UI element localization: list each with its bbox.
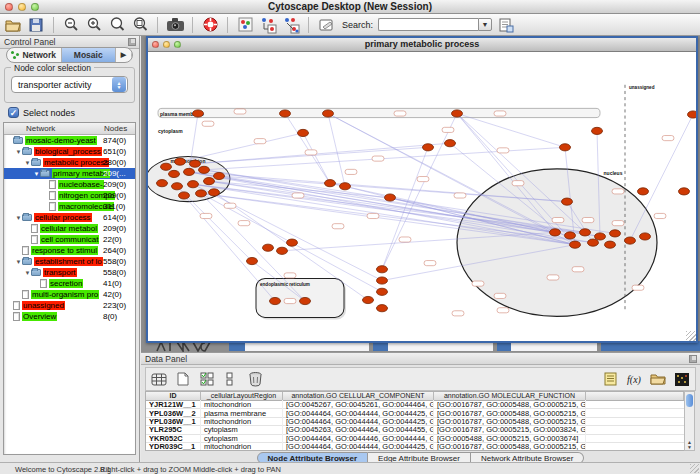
graph-node[interactable] <box>588 239 599 246</box>
search-input[interactable] <box>378 18 478 31</box>
network-view-titlebar[interactable]: primary metabolic process <box>148 38 696 52</box>
zoom-out-icon[interactable] <box>62 16 80 33</box>
tree-row[interactable]: cell communicat22(0) <box>4 234 135 245</box>
graph-node[interactable] <box>562 198 573 205</box>
tree-row[interactable]: ▼primary metabo209(... <box>4 168 135 179</box>
attribute-matrix-icon[interactable] <box>150 370 168 388</box>
tree-column-nodes[interactable]: Nodes <box>104 124 127 133</box>
attribute-browser-icon[interactable] <box>497 16 515 33</box>
tree-row[interactable]: multi-organism pro42(0) <box>4 289 135 300</box>
table-column-header[interactable]: annotation.GO CELLULAR_COMPONENT <box>283 392 434 400</box>
expander-icon[interactable]: ▼ <box>15 149 22 155</box>
graph-node[interactable] <box>214 172 225 179</box>
graph-node[interactable] <box>188 181 199 188</box>
graph-node[interactable] <box>363 296 374 303</box>
help-icon[interactable] <box>201 16 219 33</box>
table-column-header[interactable]: annotation.GO MOLECULAR_FUNCTION <box>434 392 586 400</box>
network-canvas[interactable]: plasma membrane cytoplasm mitochondrion … <box>148 52 696 341</box>
window-resize-grip[interactable] <box>686 331 696 341</box>
search-dropdown-button[interactable]: ▼ <box>478 18 492 31</box>
tree-row[interactable]: mosaic-demo-yeast874(0) <box>4 135 135 146</box>
tab-network[interactable]: Network <box>7 48 62 62</box>
graph-node[interactable] <box>340 183 351 190</box>
table-vscroll-arrows[interactable]: ▲▼ <box>685 440 694 450</box>
table-column-header[interactable]: _cellularLayoutRegion <box>201 392 283 400</box>
table-cell[interactable]: [GO:0016787, GO:0005488, GO:0005215, G..… <box>434 442 586 451</box>
save-icon[interactable] <box>27 16 45 33</box>
graph-node[interactable] <box>280 110 291 117</box>
node-color-dropdown[interactable]: transporter activity ▲▼ <box>11 76 128 93</box>
select-attributes-icon[interactable] <box>198 370 216 388</box>
graph-node[interactable] <box>184 168 195 175</box>
app-resize-grip[interactable] <box>690 464 699 473</box>
graph-node[interactable] <box>688 111 697 118</box>
graph-node[interactable] <box>377 266 388 273</box>
graph-node[interactable] <box>605 241 616 248</box>
graph-node[interactable] <box>300 297 311 304</box>
graph-node[interactable] <box>193 110 204 117</box>
graph-edge[interactable] <box>382 113 457 269</box>
tree-row[interactable]: response to stimul264(0) <box>4 245 135 256</box>
tree-row[interactable]: secretion41(0) <box>4 278 135 289</box>
matrix-view-icon[interactable] <box>673 370 691 388</box>
unselect-attributes-icon[interactable] <box>222 370 240 388</box>
graph-node[interactable] <box>445 140 456 147</box>
graph-node[interactable] <box>625 237 636 244</box>
graph-node[interactable] <box>560 144 571 151</box>
graph-node[interactable] <box>172 183 183 190</box>
zoom-fit-icon[interactable] <box>131 16 149 33</box>
tree-row[interactable]: nucleobase-209(0) <box>4 179 135 190</box>
graph-node[interactable] <box>638 188 649 195</box>
graph-edge[interactable] <box>630 115 693 241</box>
layout-spring-icon[interactable] <box>259 16 277 33</box>
tree-row[interactable]: ▼metabolic process280(0) <box>4 157 135 168</box>
graph-node[interactable] <box>204 178 215 185</box>
new-attribute-icon[interactable] <box>174 370 192 388</box>
select-nodes-checkbox[interactable]: ✓ <box>8 107 19 118</box>
graph-node[interactable] <box>161 163 172 170</box>
graph-node[interactable] <box>550 229 561 236</box>
graph-node[interactable] <box>209 189 220 196</box>
graph-node[interactable] <box>169 170 180 177</box>
expander-icon[interactable]: ▼ <box>24 270 31 276</box>
graph-node[interactable] <box>580 229 591 236</box>
zoom-in-icon[interactable] <box>85 16 103 33</box>
graph-edge[interactable] <box>193 184 382 280</box>
graph-edge[interactable] <box>328 113 345 186</box>
table-cell[interactable]: YDR039C__1 <box>146 442 201 451</box>
graph-edge[interactable] <box>457 113 565 147</box>
expander-icon[interactable]: ▼ <box>24 160 31 166</box>
tab-mosaic[interactable]: Mosaic <box>62 48 117 62</box>
graph-node[interactable] <box>592 127 603 134</box>
graph-node[interactable] <box>377 288 388 295</box>
graph-node[interactable] <box>610 230 621 237</box>
graph-node[interactable] <box>157 180 168 187</box>
vizmapper-icon[interactable] <box>236 16 254 33</box>
function-builder-icon[interactable]: f(x) <box>625 370 643 388</box>
graph-node[interactable] <box>270 297 281 304</box>
graph-edge[interactable] <box>195 143 450 163</box>
graph-node[interactable] <box>247 257 258 264</box>
graph-node[interactable] <box>385 194 396 201</box>
tree-row[interactable]: Overview8(0) <box>4 311 135 322</box>
delete-attribute-icon[interactable] <box>246 370 264 388</box>
table-column-header[interactable]: ID <box>146 392 201 400</box>
table-cell[interactable]: mitochondrion <box>201 442 283 451</box>
tree-column-network[interactable]: Network <box>26 124 55 133</box>
graph-node[interactable] <box>323 110 334 117</box>
float-panel-icon[interactable] <box>128 38 136 46</box>
graph-node[interactable] <box>595 233 606 240</box>
graph-node[interactable] <box>175 158 186 165</box>
camera-icon[interactable] <box>166 16 184 33</box>
tree-row[interactable]: ▼establishment of lo558(0) <box>4 256 135 267</box>
tree-row[interactable]: ▼biological_process651(0) <box>4 146 135 157</box>
graph-node[interactable] <box>377 277 388 284</box>
graph-node[interactable] <box>325 180 336 187</box>
annotation-icon[interactable] <box>317 16 335 33</box>
graph-node[interactable] <box>570 241 581 248</box>
tree-row[interactable]: unassigned223(0) <box>4 300 135 311</box>
tree-row[interactable]: macromolecule311(0) <box>4 201 135 212</box>
graph-edge[interactable] <box>303 133 330 183</box>
graph-node[interactable] <box>452 110 463 117</box>
expander-icon[interactable]: ▼ <box>15 259 22 265</box>
